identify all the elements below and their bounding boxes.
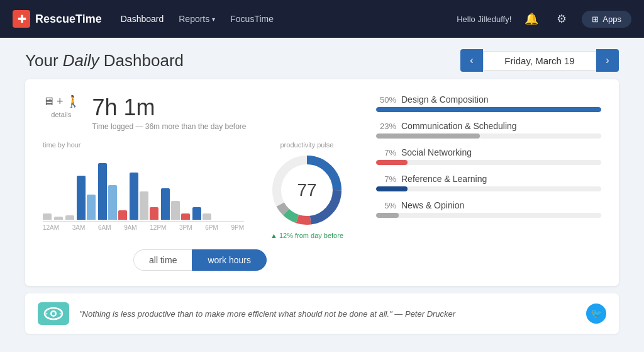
bar-chart bbox=[43, 152, 244, 222]
donut-value: 77 bbox=[297, 180, 316, 200]
next-date-button[interactable]: › bbox=[596, 49, 619, 72]
time-filter: all time work hours bbox=[43, 249, 357, 271]
category-bar-track-4 bbox=[376, 213, 601, 218]
date-nav: ‹ Friday, March 19 › bbox=[460, 49, 619, 72]
logo-text: RescueTime bbox=[35, 13, 102, 26]
time-stat: 7h 1m Time logged — 36m more than the da… bbox=[92, 94, 247, 131]
category-bar-track-0 bbox=[376, 107, 601, 112]
nav-dashboard[interactable]: Dashboard bbox=[121, 14, 164, 24]
category-row-3: 7% Reference & Learning bbox=[376, 174, 601, 191]
details-link[interactable]: details bbox=[51, 111, 71, 118]
category-bar-fill-2 bbox=[376, 160, 408, 165]
category-row-2: 7% Social Networking bbox=[376, 147, 601, 165]
category-header-3: 7% Reference & Learning bbox=[376, 174, 601, 184]
apps-button[interactable]: ⊞ Apps bbox=[582, 11, 631, 28]
category-row-0: 50% Design & Composition bbox=[376, 94, 601, 112]
plus-icon: + bbox=[57, 95, 64, 108]
category-name-1: Communication & Scheduling bbox=[401, 121, 517, 131]
settings-icon[interactable]: ⚙ bbox=[552, 9, 572, 29]
category-bar-fill-0 bbox=[376, 107, 601, 112]
category-pct-0: 50% bbox=[376, 95, 396, 105]
bar-group-1 bbox=[54, 217, 63, 220]
category-name-3: Reference & Learning bbox=[401, 174, 487, 184]
bar bbox=[130, 173, 138, 220]
donut-area: productivity pulse bbox=[257, 141, 357, 239]
bar-group-3 bbox=[77, 176, 96, 220]
logo[interactable]: ✚ RescueTime bbox=[13, 10, 102, 28]
nav-right: Hello Jilleduffy! 🔔 ⚙ ⊞ Apps bbox=[457, 9, 631, 29]
charts-row: time by hour bbox=[43, 141, 357, 239]
all-time-button[interactable]: all time bbox=[133, 249, 192, 271]
nav-reports[interactable]: Reports ▾ bbox=[179, 14, 215, 24]
nav-focustime[interactable]: FocusTime bbox=[230, 14, 274, 24]
category-pct-2: 7% bbox=[376, 148, 396, 157]
device-icons-row: 🖥 + 🚶 bbox=[43, 94, 80, 108]
time-subtitle: Time logged — 36m more than the day befo… bbox=[92, 122, 247, 131]
reports-chevron-icon: ▾ bbox=[212, 16, 215, 23]
monitor-icon: 🖥 bbox=[43, 95, 54, 108]
category-bar-track-3 bbox=[376, 186, 601, 191]
work-hours-button[interactable]: work hours bbox=[192, 249, 266, 271]
quote-text: "Nothing is less productive than to make… bbox=[79, 309, 576, 319]
category-row-4: 5% News & Opinion bbox=[376, 200, 601, 218]
bar bbox=[161, 188, 170, 220]
date-display: Friday, March 19 bbox=[483, 51, 596, 71]
date-header: Your Daily Dashboard ‹ Friday, March 19 … bbox=[25, 38, 619, 79]
nav-links: Dashboard Reports ▾ FocusTime bbox=[121, 14, 457, 24]
bar bbox=[140, 191, 148, 220]
quote-icon bbox=[38, 302, 69, 325]
category-row-1: 23% Communication & Scheduling bbox=[376, 121, 601, 139]
category-name-0: Design & Composition bbox=[401, 94, 489, 105]
apps-icon: ⊞ bbox=[592, 14, 599, 24]
stats-row: 🖥 + 🚶 details 7h 1m Time logged — 36m mo… bbox=[43, 94, 357, 131]
quote-bar: "Nothing is less productive than to make… bbox=[25, 293, 619, 334]
category-pct-4: 5% bbox=[376, 201, 396, 210]
bar bbox=[43, 213, 52, 220]
bar bbox=[108, 185, 117, 220]
eye-icon bbox=[43, 307, 64, 321]
prev-date-button[interactable]: ‹ bbox=[460, 49, 483, 72]
notification-icon[interactable]: 🔔 bbox=[521, 9, 541, 29]
donut-label: productivity pulse bbox=[257, 141, 357, 149]
page-title: Your Daily Dashboard bbox=[25, 51, 184, 71]
svg-point-8 bbox=[52, 312, 55, 315]
category-header-4: 5% News & Opinion bbox=[376, 200, 601, 210]
category-header-0: 50% Design & Composition bbox=[376, 94, 601, 105]
bar bbox=[65, 215, 74, 220]
bar bbox=[54, 217, 63, 220]
bar-group-0 bbox=[43, 213, 52, 220]
bar-group-6 bbox=[161, 188, 190, 220]
svg-point-10 bbox=[46, 313, 48, 315]
category-header-2: 7% Social Networking bbox=[376, 147, 601, 157]
category-pct-3: 7% bbox=[376, 174, 396, 184]
dashboard-body: 🖥 + 🚶 details 7h 1m Time logged — 36m mo… bbox=[25, 79, 619, 286]
category-name-4: News & Opinion bbox=[401, 200, 464, 210]
category-bar-fill-4 bbox=[376, 213, 399, 218]
category-header-1: 23% Communication & Scheduling bbox=[376, 121, 601, 131]
bar-group-5 bbox=[130, 173, 158, 220]
bar-group-4 bbox=[98, 163, 127, 220]
bar bbox=[150, 207, 158, 220]
bar-group-2 bbox=[65, 215, 74, 220]
right-panel: 50% Design & Composition 23% Communicati… bbox=[376, 94, 601, 271]
category-pct-1: 23% bbox=[376, 122, 396, 131]
category-bar-track-1 bbox=[376, 133, 601, 139]
bar bbox=[181, 213, 190, 220]
svg-point-11 bbox=[60, 313, 62, 315]
nav-greeting: Hello Jilleduffy! bbox=[457, 14, 511, 24]
left-panel: 🖥 + 🚶 details 7h 1m Time logged — 36m mo… bbox=[43, 94, 357, 271]
device-icons: 🖥 + 🚶 details bbox=[43, 94, 80, 118]
bar bbox=[171, 201, 180, 220]
category-bar-fill-1 bbox=[376, 133, 480, 139]
bar bbox=[98, 163, 107, 220]
twitter-button[interactable]: 🐦 bbox=[586, 304, 606, 324]
donut-container: 77 bbox=[269, 152, 345, 228]
main-content: Your Daily Dashboard ‹ Friday, March 19 … bbox=[0, 38, 644, 334]
logo-icon: ✚ bbox=[13, 10, 30, 28]
category-bar-fill-3 bbox=[376, 186, 408, 191]
bar-group-7 bbox=[192, 207, 211, 220]
bar bbox=[203, 213, 211, 220]
donut-footer: ▲ 12% from day before bbox=[257, 232, 357, 239]
twitter-icon: 🐦 bbox=[591, 308, 602, 319]
navbar: ✚ RescueTime Dashboard Reports ▾ FocusTi… bbox=[0, 0, 644, 38]
